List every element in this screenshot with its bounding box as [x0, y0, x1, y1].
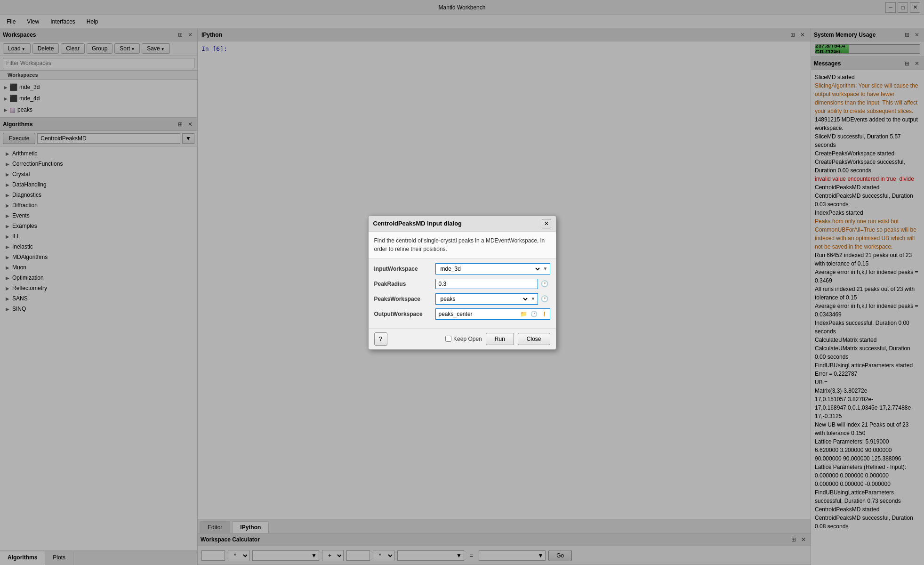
- keep-open-label: Keep Open: [445, 336, 482, 342]
- output-workspace-warning-icon: !: [539, 309, 550, 319]
- peaks-workspace-label: PeaksWorkspace: [374, 296, 435, 302]
- modal-overlay: CentroidPeaksMD input dialog ✕ Find the …: [0, 0, 924, 565]
- peak-radius-clock-icon[interactable]: 🕐: [539, 278, 550, 290]
- output-workspace-row: OutputWorkspace peaks_center 📁 🕐 !: [374, 308, 550, 320]
- dialog-close-button[interactable]: ✕: [542, 219, 551, 228]
- input-workspace-select[interactable]: mde_3d: [436, 264, 541, 274]
- peak-radius-input[interactable]: 0.3: [435, 279, 538, 289]
- output-workspace-label: OutputWorkspace: [374, 311, 435, 317]
- dialog-help-button[interactable]: ?: [374, 332, 387, 346]
- peaks-workspace-select-wrap[interactable]: peaks ▼: [435, 293, 538, 305]
- dialog-title: CentroidPeaksMD input dialog: [373, 220, 462, 227]
- peaks-workspace-arrow-icon: ▼: [529, 296, 538, 301]
- peak-radius-row: PeakRadius 0.3 🕐: [374, 278, 550, 290]
- dialog-footer: ? Keep Open Run Close: [369, 328, 556, 349]
- peaks-workspace-clock-icon[interactable]: 🕐: [539, 293, 550, 305]
- output-workspace-clock-icon[interactable]: 🕐: [529, 309, 539, 319]
- centroid-peaks-dialog: CentroidPeaksMD input dialog ✕ Find the …: [368, 216, 556, 350]
- input-workspace-row: InputWorkspace mde_3d ▼: [374, 263, 550, 274]
- dialog-form: InputWorkspace mde_3d ▼ PeakRadius 0.3 🕐…: [369, 258, 556, 328]
- peaks-workspace-select[interactable]: peaks: [436, 294, 529, 304]
- output-workspace-input-wrap: peaks_center 📁 🕐 !: [435, 308, 550, 320]
- input-workspace-select-wrap[interactable]: mde_3d ▼: [435, 263, 550, 274]
- dialog-description: Find the centroid of single-crystal peak…: [369, 232, 556, 258]
- keep-open-checkbox[interactable]: [445, 336, 451, 342]
- close-dialog-button[interactable]: Close: [518, 333, 550, 345]
- peaks-workspace-row: PeaksWorkspace peaks ▼ 🕐: [374, 293, 550, 305]
- output-workspace-folder-icon[interactable]: 📁: [519, 309, 529, 319]
- output-workspace-input[interactable]: peaks_center: [436, 309, 519, 319]
- peak-radius-label: PeakRadius: [374, 281, 435, 287]
- input-workspace-arrow-icon: ▼: [541, 266, 550, 271]
- run-button[interactable]: Run: [486, 333, 514, 345]
- input-workspace-label: InputWorkspace: [374, 266, 435, 272]
